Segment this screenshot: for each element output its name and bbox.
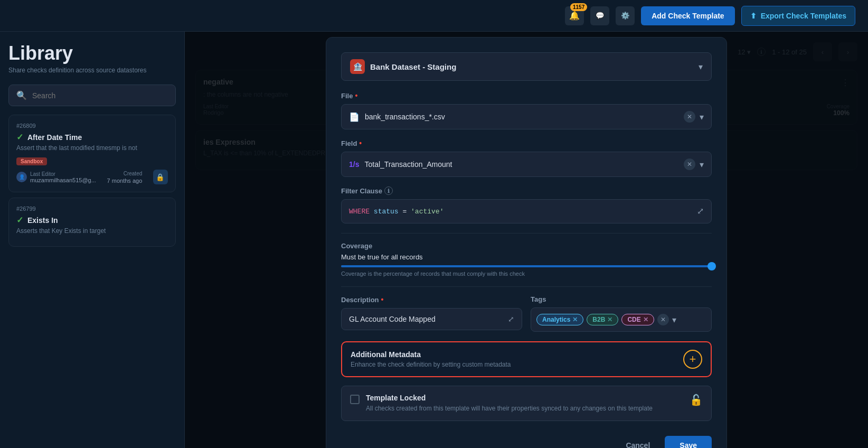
avatar: 👤: [16, 172, 27, 182]
field-selector[interactable]: 1/s Total_Transaction_Amount ✕ ▾: [341, 152, 712, 177]
file-selector[interactable]: 📄 bank_transactions_*.csv ✕ ▾: [341, 104, 712, 129]
save-button[interactable]: Save: [665, 436, 712, 448]
tags-chevron-icon: ▾: [672, 315, 676, 325]
check-icon: ✓: [16, 132, 23, 142]
required-indicator: •: [381, 295, 384, 304]
search-box[interactable]: 🔍: [8, 85, 176, 106]
file-section: File • 📄 bank_transactions_*.csv ✕ ▾: [341, 91, 712, 129]
metadata-title: Additional Metadata: [351, 350, 683, 359]
add-check-template-button[interactable]: Add Check Template: [641, 6, 734, 25]
filter-clause-section: Filter Clause ℹ WHERE status = 'active': [341, 186, 712, 223]
dataset-icon: 🏦: [350, 59, 365, 74]
coverage-value: Must be true for all records: [341, 253, 712, 261]
card-id: #26809: [16, 123, 36, 129]
lock-button[interactable]: 🔒: [153, 170, 168, 184]
messages-icon[interactable]: 💬: [590, 6, 609, 25]
template-locked-row: Template Locked All checks created from …: [341, 386, 712, 421]
clear-file-button[interactable]: ✕: [684, 111, 695, 123]
required-indicator: •: [359, 139, 362, 147]
main-content: Library Share checks definition across s…: [0, 32, 868, 448]
top-bar: 🔔 1157 💬 ⚙️ Add Check Template ⬆ Export …: [0, 0, 868, 32]
check-icon: ✓: [16, 215, 23, 225]
filter-eq: =: [402, 208, 411, 216]
card-description: Asserts that Key Exists in target: [16, 227, 168, 235]
card-dates: Created 7 months ago: [107, 171, 143, 184]
filter-info-icon[interactable]: ℹ: [384, 186, 393, 195]
tag-cde[interactable]: CDE ✕: [621, 314, 654, 325]
expand-filter-button[interactable]: ⤢: [697, 206, 704, 217]
list-item[interactable]: #26799 ✓ Exists In Asserts that Key Exis…: [8, 198, 176, 247]
card-id: #26799: [16, 206, 36, 212]
card-header: #26799: [16, 206, 168, 212]
clear-tags-button[interactable]: ✕: [657, 314, 669, 325]
file-icon: 📄: [349, 112, 360, 122]
coverage-section: Coverage Must be true for all records Co…: [341, 242, 712, 277]
filter-input[interactable]: WHERE status = 'active' ⤢: [341, 199, 712, 223]
card-editor: 👤 Last Editor muzammilhasan515@g...: [16, 171, 96, 183]
expand-description-button[interactable]: ⤢: [508, 315, 514, 323]
search-icon: 🔍: [16, 90, 27, 100]
filter-key: status: [374, 208, 399, 216]
add-metadata-button[interactable]: +: [683, 350, 702, 369]
field-value: Total_Transaction_Amount: [364, 160, 452, 169]
search-input[interactable]: [32, 91, 168, 100]
template-locked-title: Template Locked: [366, 394, 683, 402]
card-description: Assert that the last modified timesmp is…: [16, 144, 168, 152]
description-label: Description •: [341, 295, 522, 304]
description-input[interactable]: GL Account Code Mapped ⤢: [341, 308, 522, 330]
modal-overlay: 🏦 Bank Dataset - Staging ▾ File •: [185, 32, 868, 448]
divider-2: [341, 286, 712, 287]
tags-input[interactable]: Analytics ✕ B2B ✕ CDE ✕: [531, 307, 712, 332]
chevron-down-icon: ▾: [700, 112, 704, 122]
remove-cde-tag[interactable]: ✕: [643, 316, 648, 323]
filter-value: 'active': [411, 208, 444, 216]
divider: [341, 233, 712, 234]
required-indicator: •: [355, 91, 357, 100]
template-locked-checkbox[interactable]: [350, 395, 360, 404]
sidebar: Library Share checks definition across s…: [0, 32, 185, 448]
right-panel: 12 ▾ ℹ 1 - 12 of 25 ‹ › negative ⋮ : the…: [185, 32, 868, 448]
card-header: #26809: [16, 123, 168, 129]
additional-metadata-section: Additional Metadata Enhance the check de…: [341, 341, 712, 377]
library-title: Library: [8, 42, 176, 64]
clear-field-button[interactable]: ✕: [684, 158, 695, 170]
field-section: Field • 1/s Total_Transaction_Amount ✕ ▾: [341, 139, 712, 177]
export-check-templates-button[interactable]: ⬆ Export Check Templates: [741, 6, 855, 26]
remove-b2b-tag[interactable]: ✕: [607, 316, 612, 323]
remove-analytics-tag[interactable]: ✕: [572, 316, 578, 323]
card-title: ✓ After Date Time: [16, 132, 168, 142]
settings-icon[interactable]: ⚙️: [616, 6, 635, 25]
tags-label: Tags: [531, 295, 712, 303]
file-value: bank_transactions_*.csv: [365, 113, 445, 121]
badge-count: 1157: [570, 3, 587, 11]
filter-where: WHERE: [349, 208, 370, 216]
filter-label: Filter Clause ℹ: [341, 186, 712, 195]
cancel-button[interactable]: Cancel: [617, 436, 658, 448]
top-bar-actions: 🔔 1157 💬 ⚙️ Add Check Template ⬆ Export …: [565, 6, 855, 26]
template-locked-description: All checks created from this template wi…: [366, 404, 683, 413]
card-footer: 👤 Last Editor muzammilhasan515@g... Crea…: [16, 170, 168, 184]
editor-label: Last Editor: [30, 171, 96, 177]
lock-icon: 🔓: [690, 394, 703, 406]
library-subtitle: Share checks definition across source da…: [8, 67, 176, 74]
metadata-description: Enhance the check definition by setting …: [351, 361, 683, 368]
tag-b2b[interactable]: B2B ✕: [587, 314, 618, 325]
dataset-name: Bank Dataset - Staging: [370, 62, 456, 71]
field-type-icon: 1/s: [349, 160, 359, 169]
tag-analytics[interactable]: Analytics ✕: [536, 314, 583, 325]
list-item[interactable]: #26809 ✓ After Date Time Assert that the…: [8, 115, 176, 192]
file-label: File •: [341, 91, 712, 100]
editor-name: muzammilhasan515@g...: [30, 177, 96, 183]
desc-tags-row: Description • GL Account Code Mapped ⤢ T…: [341, 295, 712, 332]
modal: 🏦 Bank Dataset - Staging ▾ File •: [326, 37, 727, 448]
coverage-thumb[interactable]: [707, 262, 716, 270]
chevron-down-icon: ▾: [699, 62, 703, 72]
coverage-slider[interactable]: [341, 265, 712, 267]
field-label: Field •: [341, 139, 712, 147]
dataset-selector[interactable]: 🏦 Bank Dataset - Staging ▾: [341, 52, 712, 81]
card-title: ✓ Exists In: [16, 215, 168, 225]
modal-footer: Cancel Save: [341, 432, 712, 448]
notification-badge[interactable]: 🔔 1157: [565, 6, 584, 25]
coverage-fill: [341, 265, 712, 267]
export-icon: ⬆: [750, 12, 757, 20]
